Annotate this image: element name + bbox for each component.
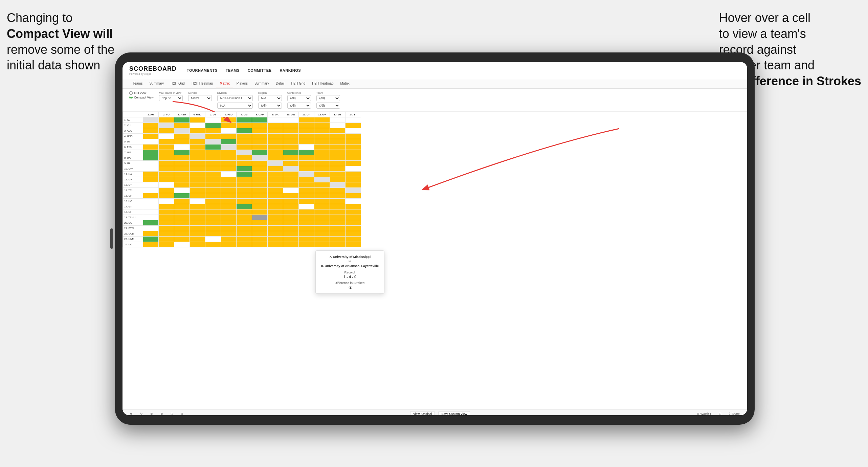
matrix-cell-14-10[interactable] xyxy=(299,193,314,199)
matrix-cell-6-9[interactable] xyxy=(283,150,299,155)
matrix-cell-4-1[interactable] xyxy=(159,139,174,144)
matrix-cell-19-13[interactable] xyxy=(346,220,361,226)
matrix-cell-4-4[interactable] xyxy=(205,139,221,144)
matrix-cell-5-13[interactable] xyxy=(346,144,361,150)
matrix-cell-14-2[interactable] xyxy=(174,193,190,199)
matrix-cell-18-12[interactable] xyxy=(330,215,346,220)
matrix-cell-20-4[interactable] xyxy=(205,226,221,231)
matrix-cell-9-0[interactable] xyxy=(143,166,159,172)
matrix-cell-22-2[interactable] xyxy=(174,237,190,242)
filter-division-select[interactable]: NCAA Division I xyxy=(217,95,253,101)
matrix-cell-15-6[interactable] xyxy=(237,199,252,204)
matrix-cell-7-1[interactable] xyxy=(159,155,174,161)
matrix-cell-9-6[interactable] xyxy=(237,166,252,172)
matrix-cell-21-2[interactable] xyxy=(174,231,190,237)
matrix-cell-23-9[interactable] xyxy=(283,242,299,247)
matrix-cell-9-9[interactable] xyxy=(283,166,299,172)
matrix-cell-7-3[interactable] xyxy=(190,155,205,161)
matrix-cell-16-10[interactable] xyxy=(299,204,314,209)
matrix-cell-11-7[interactable] xyxy=(252,177,268,182)
filter-conference-sub-select[interactable]: (All) xyxy=(287,103,311,109)
nav-committee[interactable]: COMMITTEE xyxy=(248,67,272,74)
matrix-cell-14-5[interactable] xyxy=(221,193,237,199)
matrix-cell-16-7[interactable] xyxy=(252,204,268,209)
tab-h2h-grid-1[interactable]: H2H Grid xyxy=(167,79,188,88)
matrix-cell-23-5[interactable] xyxy=(221,242,237,247)
matrix-cell-21-3[interactable] xyxy=(190,231,205,237)
matrix-cell-15-10[interactable] xyxy=(299,199,314,204)
fit-button[interactable]: ⊡ xyxy=(169,412,175,415)
matrix-cell-1-3[interactable] xyxy=(190,123,205,128)
matrix-cell-7-4[interactable] xyxy=(205,155,221,161)
matrix-cell-12-9[interactable] xyxy=(283,182,299,188)
matrix-cell-7-10[interactable] xyxy=(299,155,314,161)
matrix-cell-5-10[interactable] xyxy=(299,144,314,150)
matrix-cell-1-12[interactable] xyxy=(330,123,346,128)
matrix-cell-19-3[interactable] xyxy=(190,220,205,226)
matrix-cell-2-5[interactable] xyxy=(221,128,237,134)
matrix-cell-20-9[interactable] xyxy=(283,226,299,231)
matrix-cell-4-3[interactable] xyxy=(190,139,205,144)
matrix-cell-5-8[interactable] xyxy=(268,144,283,150)
matrix-cell-11-9[interactable] xyxy=(283,177,299,182)
matrix-cell-8-12[interactable] xyxy=(330,161,346,166)
matrix-cell-16-12[interactable] xyxy=(330,204,346,209)
matrix-cell-11-3[interactable] xyxy=(190,177,205,182)
matrix-cell-5-7[interactable] xyxy=(252,144,268,150)
matrix-cell-21-4[interactable] xyxy=(205,231,221,237)
matrix-cell-11-11[interactable] xyxy=(314,177,330,182)
matrix-cell-17-13[interactable] xyxy=(346,209,361,215)
matrix-cell-13-10[interactable] xyxy=(299,188,314,193)
matrix-cell-13-3[interactable] xyxy=(190,188,205,193)
matrix-cell-13-1[interactable] xyxy=(159,188,174,193)
matrix-cell-18-5[interactable] xyxy=(221,215,237,220)
matrix-cell-18-6[interactable] xyxy=(237,215,252,220)
matrix-cell-6-12[interactable] xyxy=(330,150,346,155)
matrix-cell-0-10[interactable] xyxy=(299,117,314,123)
matrix-cell-8-3[interactable] xyxy=(190,161,205,166)
tab-h2h-heatmap-2[interactable]: H2H Heatmap xyxy=(309,79,337,88)
matrix-cell-23-4[interactable] xyxy=(205,242,221,247)
matrix-cell-0-13[interactable] xyxy=(346,117,361,123)
matrix-cell-22-0[interactable] xyxy=(143,237,159,242)
matrix-cell-20-0[interactable] xyxy=(143,226,159,231)
matrix-cell-21-7[interactable] xyxy=(252,231,268,237)
matrix-cell-23-11[interactable] xyxy=(314,242,330,247)
matrix-cell-5-2[interactable] xyxy=(174,144,190,150)
filter-team-select[interactable]: (All) xyxy=(316,95,340,101)
matrix-cell-22-3[interactable] xyxy=(190,237,205,242)
matrix-cell-12-13[interactable] xyxy=(346,182,361,188)
matrix-cell-9-1[interactable] xyxy=(159,166,174,172)
matrix-cell-8-0[interactable] xyxy=(143,161,159,166)
matrix-cell-12-1[interactable] xyxy=(159,182,174,188)
matrix-cell-10-7[interactable] xyxy=(252,172,268,177)
matrix-cell-18-7[interactable] xyxy=(252,215,268,220)
matrix-cell-3-10[interactable] xyxy=(299,134,314,139)
tab-summary-1[interactable]: Summary xyxy=(146,79,167,88)
matrix-cell-5-1[interactable] xyxy=(159,144,174,150)
matrix-cell-8-5[interactable] xyxy=(221,161,237,166)
matrix-cell-14-1[interactable] xyxy=(159,193,174,199)
matrix-cell-11-0[interactable] xyxy=(143,177,159,182)
matrix-cell-6-1[interactable] xyxy=(159,150,174,155)
tab-summary-2[interactable]: Summary xyxy=(251,79,272,88)
matrix-cell-2-2[interactable] xyxy=(174,128,190,134)
zoom-out-button[interactable]: ⊕ xyxy=(158,412,165,415)
matrix-cell-0-9[interactable] xyxy=(283,117,299,123)
matrix-cell-4-12[interactable] xyxy=(330,139,346,144)
matrix-cell-10-11[interactable] xyxy=(314,172,330,177)
matrix-cell-0-1[interactable] xyxy=(159,117,174,123)
matrix-cell-19-6[interactable] xyxy=(237,220,252,226)
matrix-cell-10-6[interactable] xyxy=(237,172,252,177)
matrix-cell-1-9[interactable] xyxy=(283,123,299,128)
matrix-cell-10-5[interactable] xyxy=(221,172,237,177)
matrix-cell-2-12[interactable] xyxy=(330,128,346,134)
matrix-cell-19-10[interactable] xyxy=(299,220,314,226)
matrix-cell-2-4[interactable] xyxy=(205,128,221,134)
matrix-cell-23-0[interactable] xyxy=(143,242,159,247)
full-view-radio[interactable]: Full View xyxy=(129,91,154,95)
matrix-cell-7-2[interactable] xyxy=(174,155,190,161)
matrix-cell-23-13[interactable] xyxy=(346,242,361,247)
matrix-cell-23-3[interactable] xyxy=(190,242,205,247)
tab-h2h-grid-2[interactable]: H2H Grid xyxy=(288,79,309,88)
